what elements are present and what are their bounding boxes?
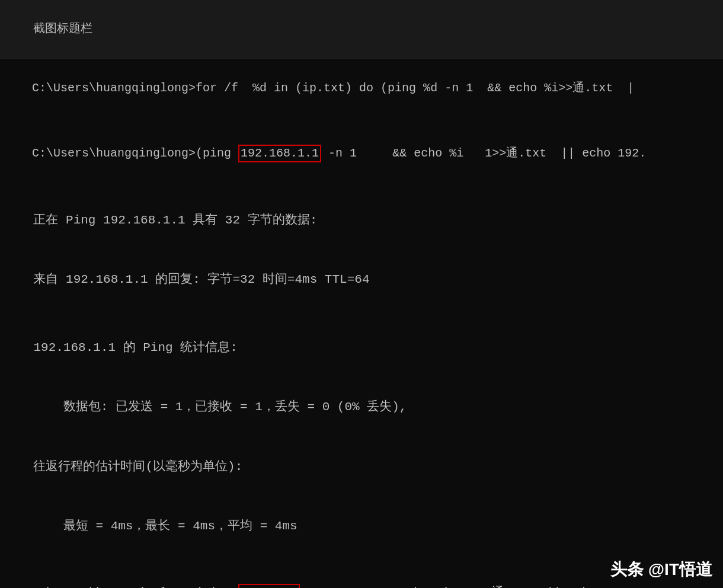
ping1-stats-packets: 数据包: 已发送 = 1，已接收 = 1，丢失 = 0 (0% 丢失), xyxy=(0,378,723,437)
watermark-text: 头条 @IT悟道 xyxy=(610,560,712,579)
ping1-sending-text: 正在 Ping 192.168.1.1 具有 32 字节的数据: xyxy=(33,213,317,227)
gap2 xyxy=(0,182,723,190)
gap3 xyxy=(0,309,723,318)
terminal-window: 截图标题栏 C:\Users\huangqinglong>for /f %d i… xyxy=(0,0,723,588)
ping1-after: -n 1 && echo %i 1>>通.txt || echo 192. xyxy=(321,146,646,160)
ping1-before: C:\Users\huangqinglong>(ping xyxy=(32,146,238,160)
ping2-ip-highlight: 10.1.1.1 xyxy=(238,584,300,588)
ping1-rtt: 最短 = 4ms，最长 = 4ms，平均 = 4ms xyxy=(0,497,723,557)
gap1 xyxy=(0,117,723,125)
terminal-topbar: 截图标题栏 xyxy=(0,0,723,59)
top-partial-text: 截图标题栏 xyxy=(33,22,92,36)
ping1-rtt-text: 最短 = 4ms，最长 = 4ms，平均 = 4ms xyxy=(33,519,297,533)
cmd-for-loop: C:\Users\huangqinglong>for /f %d in (ip.… xyxy=(0,60,723,117)
ping2-after: -n 1 && echo %i 1>>通.txt || echo 10.1.1. xyxy=(300,586,653,588)
ping2-before: C:\Users\huangqinglong>(ping xyxy=(32,586,238,588)
ping1-reply-text: 来自 192.168.1.1 的回复: 字节=32 时间=4ms TTL=64 xyxy=(33,273,369,286)
ping1-stats-header-text: 192.168.1.1 的 Ping 统计信息: xyxy=(33,341,237,354)
cmd-ping1-prompt: C:\Users\huangqinglong>(ping 192.168.1.1… xyxy=(0,125,723,182)
ping1-rtt-header-text: 往返行程的估计时间(以毫秒为单位): xyxy=(33,460,242,474)
ping1-reply: 来自 192.168.1.1 的回复: 字节=32 时间=4ms TTL=64 xyxy=(0,250,723,310)
watermark: 头条 @IT悟道 xyxy=(610,558,712,581)
ping1-rtt-header: 往返行程的估计时间(以毫秒为单位): xyxy=(0,437,723,497)
ping1-stats-packets-text: 数据包: 已发送 = 1，已接收 = 1，丢失 = 0 (0% 丢失), xyxy=(33,400,407,414)
ping1-ip-highlight: 192.168.1.1 xyxy=(238,145,321,162)
for-loop-text: C:\Users\huangqinglong>for /f %d in (ip.… xyxy=(32,81,634,95)
ping1-stats-header: 192.168.1.1 的 Ping 统计信息: xyxy=(0,318,723,378)
ping1-sending: 正在 Ping 192.168.1.1 具有 32 字节的数据: xyxy=(0,190,723,250)
